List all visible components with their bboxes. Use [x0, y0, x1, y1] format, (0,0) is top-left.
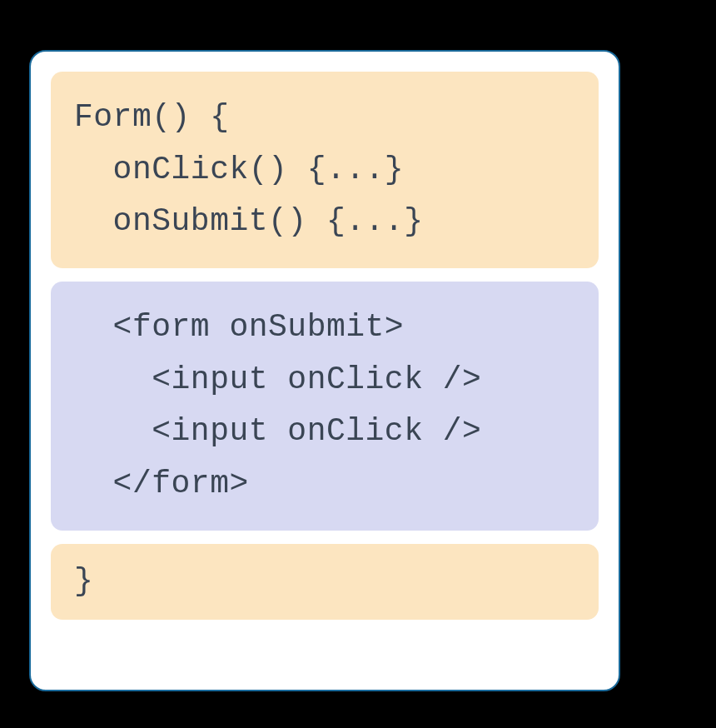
- js-code-block-bottom: }: [51, 544, 599, 620]
- code-line: onClick() {...}: [74, 144, 575, 197]
- code-line: <form onSubmit>: [74, 302, 575, 354]
- code-line: </form>: [74, 458, 575, 511]
- code-line: <input onClick />: [74, 406, 575, 458]
- code-line: onSubmit() {...}: [74, 196, 575, 248]
- diagram-container: Form() { onClick() {...} onSubmit() {...…: [29, 50, 620, 691]
- js-code-block-top: Form() { onClick() {...} onSubmit() {...…: [51, 72, 599, 268]
- code-line: Form() {: [74, 92, 575, 144]
- jsx-code-block: <form onSubmit> <input onClick /> <input…: [51, 282, 599, 531]
- code-line: <input onClick />: [74, 354, 575, 406]
- code-line: }: [74, 556, 575, 608]
